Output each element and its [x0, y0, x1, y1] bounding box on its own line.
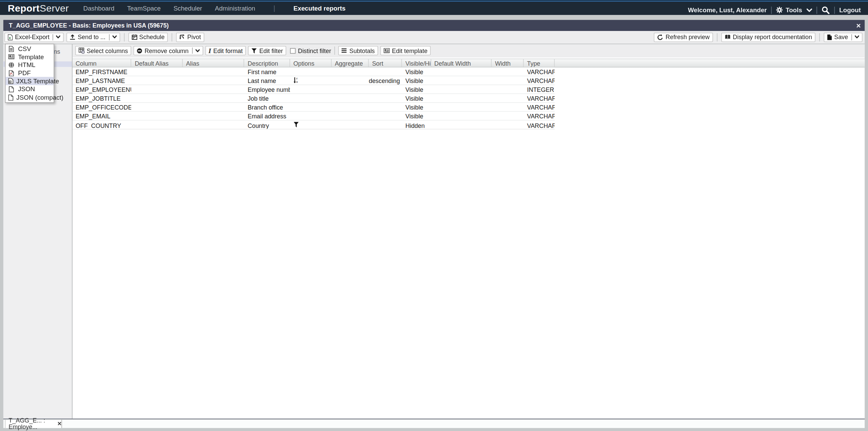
report-tab[interactable]: T_AGG_E... : Employe... ×	[5, 419, 62, 428]
excel-file-icon: x	[8, 78, 13, 84]
nav-item-administration[interactable]: Administration	[215, 5, 255, 12]
sidebar-partial-label: ns	[54, 48, 60, 55]
calendar-icon	[131, 34, 137, 40]
menu-item-jxls-template[interactable]: x JXLS Template	[5, 77, 54, 85]
menu-item-json[interactable]: JSON	[5, 85, 54, 94]
chevron-down-icon	[855, 35, 859, 39]
svg-text:a: a	[296, 81, 298, 84]
remove-column-button[interactable]: Remove column	[133, 46, 203, 55]
send-to-button[interactable]: Send to ...	[67, 33, 120, 42]
edit-format-button[interactable]: I Edit format	[205, 46, 246, 55]
refresh-icon	[657, 34, 663, 40]
display-report-documentation-button[interactable]: Display report documentation	[721, 33, 815, 42]
grid-header-filler	[555, 59, 865, 67]
close-tab-icon[interactable]: ×	[58, 421, 62, 427]
table-row[interactable]: EMP_EMAIL Email address Visible VARCHAR	[72, 112, 555, 121]
file-icon	[8, 86, 15, 93]
nav-item-teamspace[interactable]: TeamSpace	[127, 5, 161, 12]
nav-separator: |	[273, 4, 275, 12]
top-navigation-bar: ReportServer Dashboard TeamSpace Schedul…	[0, 0, 868, 15]
filter-icon	[294, 121, 332, 128]
table-row[interactable]: EMP_JOBTITLE Job title Visible VARCHAR	[72, 94, 555, 103]
reportserver-logo[interactable]: ReportServer	[8, 2, 69, 14]
chevron-down-icon	[195, 49, 200, 52]
grid-header-description[interactable]: Description	[244, 59, 290, 67]
grid-header-column[interactable]: Column	[72, 59, 131, 67]
book-icon	[725, 34, 731, 40]
template-card-icon	[384, 48, 390, 53]
grid-header-default-width[interactable]: Default Width	[431, 59, 492, 67]
distinct-filter-toggle[interactable]: Distinct filter	[288, 47, 331, 54]
nav-item-dashboard[interactable]: Dashboard	[83, 5, 114, 12]
grid-header-type[interactable]: Type	[524, 59, 555, 67]
csv-file-icon	[8, 46, 15, 52]
open-reports-tab-bar: T_AGG_E... : Employe... ×	[3, 419, 865, 428]
report-title: T_AGG_EMPLOYEE - Basis: Employees in USA…	[9, 22, 169, 29]
excel-file-icon: x	[8, 34, 13, 40]
excel-export-button[interactable]: x Excel-Export	[4, 33, 64, 42]
grid-header-row: Column Default Alias Alias Description O…	[72, 59, 865, 67]
welcome-user-label: Welcome, Lust, Alexander	[688, 7, 767, 14]
minus-circle-icon	[137, 48, 142, 53]
logout-link[interactable]: Logout	[839, 7, 861, 14]
report-toolbar: x Excel-Export Send to ...	[3, 31, 865, 44]
grid-header-alias[interactable]: Alias	[183, 59, 244, 67]
table-row[interactable]: EMP_LASTNAME Last name za descending Vis…	[72, 76, 555, 85]
table-row[interactable]: EMP_OFFICECODE Branch office Visible VAR…	[72, 103, 555, 112]
list-config-toolbar: Select columns Remove column I Edit form…	[72, 44, 865, 57]
filter-funnel-icon	[252, 48, 257, 53]
grid-header-visible-hidden[interactable]: Visible/Hi...	[402, 59, 431, 67]
sort-descending-icon: za	[294, 77, 332, 84]
main-nav: Dashboard TeamSpace Scheduler Administra…	[83, 4, 345, 12]
table-row[interactable]: EMP_FIRSTNAME First name Visible VARCHAR	[72, 67, 555, 76]
svg-text:x: x	[9, 35, 11, 39]
nav-item-scheduler[interactable]: Scheduler	[173, 5, 202, 12]
select-columns-button[interactable]: Select columns	[75, 46, 131, 55]
grid-header-aggregate[interactable]: Aggregate	[331, 59, 369, 67]
chevron-down-icon	[112, 35, 116, 39]
close-report-icon[interactable]: ×	[856, 21, 861, 30]
italic-format-icon: I	[208, 48, 211, 53]
column-grid: EMP_FIRSTNAME First name Visible VARCHAR…	[72, 67, 555, 130]
grid-header-width[interactable]: Width	[492, 59, 524, 67]
grid-header-default-alias[interactable]: Default Alias	[131, 59, 183, 67]
column-config-panel: Select columns Remove column I Edit form…	[72, 44, 865, 419]
pivot-button[interactable]: Pivot	[176, 33, 204, 42]
search-icon[interactable]	[822, 6, 830, 14]
edit-template-button[interactable]: Edit template	[380, 46, 431, 55]
schedule-button[interactable]: Schedule	[128, 33, 168, 42]
report-server-app: ReportServer Dashboard TeamSpace Schedul…	[0, 0, 868, 431]
save-file-icon	[827, 34, 832, 40]
edit-filter-button[interactable]: Edit filter	[248, 46, 286, 55]
excel-export-dropdown-menu: CSV Template HTML PDF x JXLS Template	[5, 44, 54, 103]
chevron-down-icon	[56, 35, 61, 39]
table-row[interactable]: EMP_EMPLOYEENUMB... Employee number Visi…	[72, 85, 555, 94]
file-icon	[8, 94, 13, 100]
chevron-down-icon[interactable]	[807, 8, 812, 12]
pdf-file-icon	[8, 70, 15, 76]
template-icon	[8, 54, 15, 60]
table-row[interactable]: OFF_COUNTRY Country Hidden VARCHAR	[72, 121, 555, 130]
menu-item-json-compact[interactable]: JSON (compact)	[5, 93, 54, 101]
subtotals-button[interactable]: Subtotals	[338, 46, 378, 55]
list-lines-icon	[342, 48, 347, 53]
pivot-icon	[179, 34, 185, 40]
report-title-bar: T_AGG_EMPLOYEE - Basis: Employees in USA…	[3, 20, 865, 31]
save-button[interactable]: Save	[824, 33, 863, 42]
top-right-menu: Welcome, Lust, Alexander	[688, 3, 861, 17]
grid-header-options[interactable]: Options	[290, 59, 332, 67]
tools-menu[interactable]: Tools	[776, 7, 802, 14]
svg-text:z: z	[296, 77, 298, 80]
menu-item-html[interactable]: HTML	[5, 61, 54, 69]
refresh-preview-button[interactable]: Refresh preview	[654, 33, 713, 42]
globe-icon	[8, 62, 15, 68]
grid-header-sort[interactable]: Sort	[369, 59, 402, 67]
menu-item-template[interactable]: Template	[5, 53, 54, 61]
distinct-filter-checkbox[interactable]	[290, 48, 296, 53]
menu-item-pdf[interactable]: PDF	[5, 69, 54, 77]
upload-icon	[70, 34, 75, 40]
nav-item-executed-reports[interactable]: Executed reports	[294, 5, 346, 12]
menu-item-csv[interactable]: CSV	[5, 45, 54, 53]
table-add-icon	[78, 48, 84, 54]
gear-icon	[776, 7, 783, 14]
